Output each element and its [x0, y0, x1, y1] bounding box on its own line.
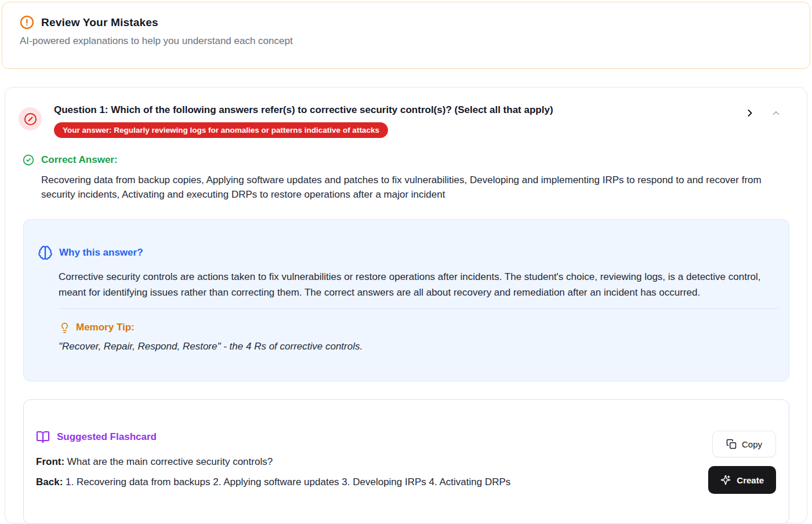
check-circle-icon — [23, 154, 34, 166]
review-header-card: Review Your Mistakes AI-powered explanat… — [2, 2, 810, 69]
expand-question-button[interactable] — [743, 106, 757, 120]
question-review-card: Question 1: Which of the following answe… — [5, 87, 807, 523]
book-open-icon — [36, 430, 50, 444]
suggested-flashcard-card: Suggested Flashcard Front: What are the … — [23, 399, 789, 524]
why-this-answer-label: Why this answer? — [59, 247, 143, 259]
chevron-up-icon — [771, 108, 781, 118]
explanation-text: Corrective security controls are actions… — [59, 269, 778, 300]
collapse-question-button[interactable] — [770, 107, 782, 119]
copy-icon — [726, 439, 737, 449]
memory-tip-label: Memory Tip: — [76, 322, 135, 333]
copy-button[interactable]: Copy — [712, 431, 776, 457]
copy-button-label: Copy — [742, 439, 762, 449]
memory-tip-text: "Recover, Repair, Respond, Restore" - th… — [59, 341, 778, 352]
flashcard-front: Front: What are the main corrective secu… — [36, 456, 696, 468]
explanation-box: Why this answer? Corrective security con… — [23, 219, 789, 381]
flashcard-front-label: Front: — [36, 456, 64, 467]
your-answer-badge: Your answer: Regularly reviewing logs fo… — [54, 122, 388, 138]
flashcard-back: Back: 1. Recovering data from backups 2.… — [36, 476, 696, 488]
page-subtitle: AI-powered explanations to help you unde… — [20, 35, 792, 47]
lightbulb-icon — [59, 322, 70, 333]
question-title: Question 1: Which of the following answe… — [54, 103, 553, 116]
correct-answer-section: Correct Answer: Recovering data from bac… — [19, 154, 789, 202]
sparkles-icon — [720, 475, 731, 485]
flashcard-back-text: 1. Recovering data from backups 2. Apply… — [63, 476, 510, 487]
correct-answer-text: Recovering data from backup copies, Appl… — [41, 173, 789, 202]
page-title: Review Your Mistakes — [41, 16, 158, 29]
correct-answer-label: Correct Answer: — [41, 154, 118, 166]
alert-circle-icon — [20, 15, 34, 30]
flashcard-back-label: Back: — [36, 476, 63, 487]
flashcard-front-text: What are the main corrective security co… — [64, 456, 273, 467]
brain-icon — [38, 245, 53, 260]
suggested-flashcard-label: Suggested Flashcard — [57, 431, 157, 443]
x-circle-icon — [24, 112, 37, 126]
create-button[interactable]: Create — [708, 466, 776, 494]
chevron-right-icon — [744, 107, 756, 119]
wrong-answer-avatar — [19, 107, 42, 130]
create-button-label: Create — [737, 475, 764, 485]
divider — [59, 308, 778, 309]
flashcard-actions: Copy Create — [708, 431, 776, 494]
question-header: Question 1: Which of the following answe… — [19, 103, 789, 138]
